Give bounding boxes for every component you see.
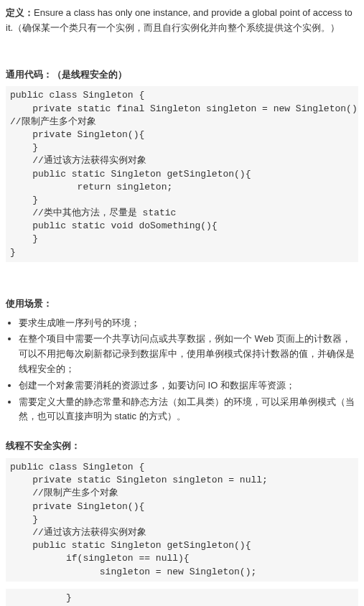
list-item: 要求生成唯一序列号的环境；: [19, 316, 358, 331]
usage-list: 要求生成唯一序列号的环境； 在整个项目中需要一个共享访问点或共享数据，例如一个 …: [6, 316, 358, 425]
section-title-unsafe: 线程不安全实例：: [6, 439, 358, 454]
code-block-unsafe-part1: public class Singleton { private static …: [6, 458, 358, 582]
list-item: 创建一个对象需要消耗的资源过多，如要访问 IO 和数据库等资源；: [19, 378, 358, 393]
section-title-usage: 使用场景：: [6, 297, 358, 312]
definition-label: 定义：: [6, 7, 34, 18]
list-item: 需要定义大量的静态常量和静态方法（如工具类）的环境，可以采用单例模式（当然，也可…: [19, 395, 358, 425]
definition-paragraph: 定义：Ensure a class has only one instance,…: [6, 6, 358, 36]
definition-text: Ensure a class has only one instance, an…: [6, 7, 353, 33]
list-item: 在整个项目中需要一个共享访问点或共享数据，例如一个 Web 页面上的计数器，可以…: [19, 332, 358, 376]
code-block-unsafe-part2: } return singleton; }: [6, 589, 358, 606]
section-title-general-code: 通用代码：（是线程安全的）: [6, 67, 358, 83]
code-block-threadsafe: public class Singleton { private static …: [6, 86, 358, 261]
